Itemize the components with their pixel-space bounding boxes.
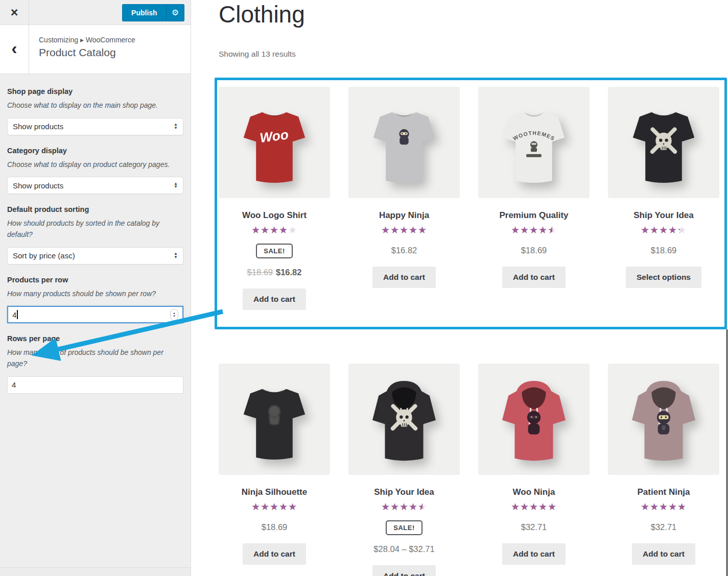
star-rating: ★★★★★ ★★★★★ [381,501,427,513]
product-card: Happy Ninja ★★★★★ ★★★★★ $16.82 Add to ca… [348,87,460,310]
control-description: Choose what to display on the main shop … [7,100,183,111]
product-price: $32.71 [478,522,590,532]
product-image[interactable] [478,364,590,475]
panel-title: Product Catalog [39,46,191,59]
star-filled-icons: ★★★★★ [251,225,288,236]
product-image[interactable] [608,87,719,198]
gear-icon: ⚙ [172,8,179,17]
product-title[interactable]: Patient Ninja [608,487,719,497]
breadcrumb: Customizing ▸ WooCommerce [39,36,191,44]
product-row-2: Ninja Silhouette ★★★★★ ★★★★★ $18.69 Add … [219,364,719,576]
product-price: $18.69 [608,246,719,255]
product-title[interactable]: Ship Your Idea [608,210,719,221]
products-per-row-input[interactable]: 4 ▴▾ [7,306,183,323]
product-title[interactable]: Woo Logo Shirt [219,210,330,221]
product-image[interactable] [608,364,719,475]
window-edge [726,329,727,576]
product-card: Ninja Silhouette ★★★★★ ★★★★★ $18.69 Add … [219,364,330,576]
star-filled-icons: ★★★★★ [641,501,685,513]
product-image[interactable]: WOOTHEMES [478,87,590,198]
control-description: Choose what to display on product catego… [7,159,183,171]
control-description: How should products by sorted in the cat… [7,218,183,240]
default-sorting-select[interactable]: Sort by price (asc) ▲▼ [7,247,183,265]
product-price: $18.69$16.82 [219,268,330,277]
star-filled-icons: ★★★★★ [511,225,552,236]
product-card: Ship Your Idea ★★★★★ ★★★★★ $18.69 Select… [608,87,719,310]
select-arrows-icon: ▲▼ [174,123,178,130]
star-rating: ★★★★★ ★★★★★ [251,225,297,236]
add-to-cart-button[interactable]: Add to cart [502,543,566,565]
star-filled-icons: ★★★★★ [511,501,557,513]
star-filled-icons: ★★★★★ [381,501,422,513]
number-stepper[interactable]: ▴▾ [170,309,178,321]
control-heading: Products per row [7,276,183,284]
site-preview: Clothing Showing all 13 results Woo Woo … [191,0,728,576]
product-card: Patient Ninja ★★★★★ ★★★★★ $32.71 Add to … [608,364,719,576]
product-row-1: Woo Woo Logo Shirt ★★★★★ ★★★★★ SALE! $18… [219,87,719,310]
publish-button[interactable]: Publish [122,4,166,21]
add-to-cart-button[interactable]: Add to cart [372,565,436,576]
back-button[interactable]: ‹ [0,25,29,74]
publish-settings-button[interactable]: ⚙ [166,4,184,21]
control-heading: Category display [7,147,183,155]
product-title[interactable]: Ninja Silhouette [219,487,330,497]
star-rating: ★★★★★ ★★★★★ [641,501,687,513]
control-heading: Rows per page [7,334,183,343]
product-price: $28.04 – $32.71 [348,544,460,554]
rows-per-page-input[interactable]: 4 [7,376,183,394]
control-heading: Default product sorting [7,205,183,213]
product-image[interactable] [348,364,460,475]
product-image[interactable] [219,364,330,475]
star-filled-icons: ★★★★★ [641,225,680,236]
add-to-cart-button[interactable]: Add to cart [502,267,566,288]
product-price: $18.69 [478,246,590,255]
customizer-sidebar: × Publish ⚙ ‹ Customizing ▸ WooCommerce … [0,0,191,576]
add-to-cart-button[interactable]: Add to cart [372,267,436,288]
product-title[interactable]: Ship Your Idea [348,487,460,497]
page-title: Clothing [219,1,305,28]
add-to-cart-button[interactable]: Add to cart [632,543,695,565]
results-count: Showing all 13 results [219,50,296,59]
shop-page-display-select[interactable]: Show products ▲▼ [7,118,183,135]
select-arrows-icon: ▲▼ [174,182,178,189]
product-title[interactable]: Happy Ninja [348,210,460,221]
product-title[interactable]: Premium Quality [478,210,590,221]
text-cursor [17,310,18,319]
star-rating: ★★★★★ ★★★★★ [381,225,427,236]
star-rating: ★★★★★ ★★★★★ [511,501,557,513]
product-image[interactable] [348,87,460,198]
sidebar-footer [0,567,191,576]
product-image[interactable]: Woo [219,87,330,198]
sale-badge: SALE! [386,520,422,535]
product-title[interactable]: Woo Ninja [478,487,590,497]
control-heading: Shop page display [7,87,183,95]
product-card: Ship Your Idea ★★★★★ ★★★★★ SALE! $28.04 … [348,364,460,576]
star-rating: ★★★★★ ★★★★★ [251,501,297,513]
product-card: WOOTHEMES Premium Quality ★★★★★ ★★★★★ $1… [478,87,590,310]
category-display-select[interactable]: Show products ▲▼ [7,177,183,194]
panel-header: ‹ Customizing ▸ WooCommerce Product Cata… [0,25,191,74]
chevron-left-icon: ‹ [11,39,17,57]
add-to-cart-button[interactable]: Add to cart [243,289,306,310]
customizer-topbar: × Publish ⚙ [0,0,191,25]
star-filled-icons: ★★★★★ [381,225,427,236]
product-card: Woo Ninja ★★★★★ ★★★★★ $32.71 Add to cart [478,364,590,576]
product-price: $32.71 [608,522,719,532]
close-customizer-button[interactable]: × [0,0,29,25]
star-rating: ★★★★★ ★★★★★ [641,225,687,236]
product-price: $18.69 [219,522,330,532]
control-description: How many rows of products should be show… [7,347,183,369]
product-card: Woo Woo Logo Shirt ★★★★★ ★★★★★ SALE! $18… [219,87,330,310]
control-description: How many products should be shown per ro… [7,289,183,300]
select-arrows-icon: ▲▼ [174,252,178,259]
star-rating: ★★★★★ ★★★★★ [511,225,557,236]
add-to-cart-button[interactable]: Add to cart [243,543,306,565]
star-filled-icons: ★★★★★ [251,501,297,513]
product-price: $16.82 [348,246,460,255]
close-icon: × [11,5,18,20]
select-options-button[interactable]: Select options [626,267,701,288]
sale-badge: SALE! [256,244,293,258]
